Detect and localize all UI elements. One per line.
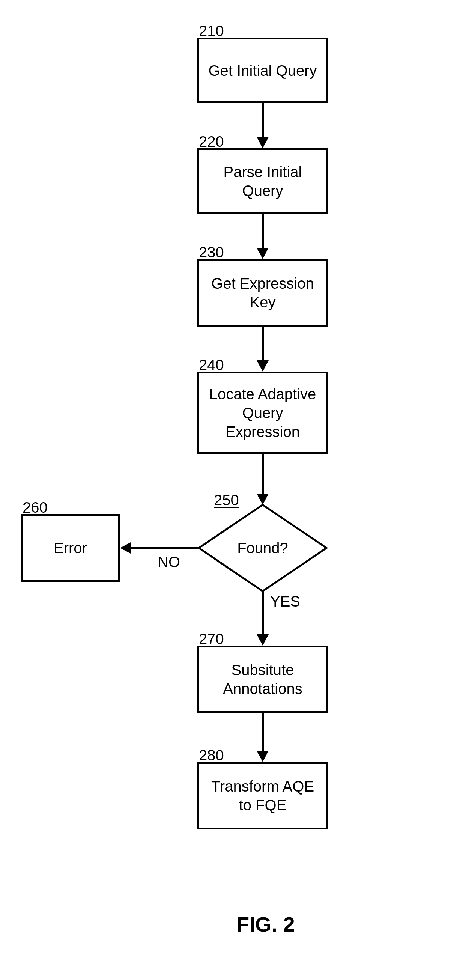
svg-marker-7 [257, 493, 268, 505]
node-220-label: Parse Initial Query [224, 162, 302, 200]
node-260-num: 260 [22, 499, 48, 516]
node-250-num: 250 [214, 492, 239, 509]
flowchart-canvas: 210 Get Initial Query 220 Parse Initial … [0, 0, 451, 980]
node-280-label: Transform AQE to FQE [211, 777, 314, 815]
node-270: Subsitute Annotations [197, 646, 328, 713]
node-270-label: Subsitute Annotations [223, 660, 302, 698]
node-230: Get Expression Key [197, 259, 328, 326]
arrows-layer [0, 0, 451, 980]
node-210-label: Get Initial Query [208, 61, 317, 80]
node-270-num: 270 [199, 630, 224, 648]
edge-no-label: NO [157, 554, 180, 571]
svg-marker-11 [257, 751, 268, 762]
node-210: Get Initial Query [197, 38, 328, 103]
node-240-label: Locate Adaptive Query Expression [210, 385, 316, 441]
node-260: Error [21, 514, 120, 582]
svg-marker-5 [257, 360, 268, 372]
svg-marker-9 [257, 634, 268, 646]
node-250-label: Found? [225, 540, 300, 557]
node-280-num: 280 [199, 747, 224, 764]
node-230-label: Get Expression Key [211, 274, 314, 312]
node-230-num: 230 [199, 244, 224, 261]
node-220-num: 220 [199, 133, 224, 150]
figure-caption: FIG. 2 [237, 912, 295, 937]
edge-yes-label: YES [270, 593, 300, 610]
svg-marker-3 [257, 248, 268, 259]
svg-marker-13 [120, 542, 131, 554]
svg-marker-1 [257, 137, 268, 148]
node-210-num: 210 [199, 22, 224, 40]
node-280: Transform AQE to FQE [197, 762, 328, 829]
node-240: Locate Adaptive Query Expression [197, 372, 328, 454]
node-240-num: 240 [199, 356, 224, 374]
node-260-label: Error [54, 539, 87, 557]
node-220: Parse Initial Query [197, 148, 328, 214]
